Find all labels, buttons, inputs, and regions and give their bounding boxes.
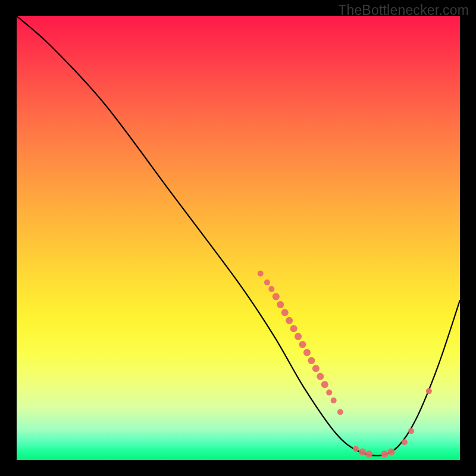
scatter-point bbox=[290, 325, 298, 332]
scatter-point bbox=[312, 365, 320, 372]
scatter-point bbox=[402, 439, 408, 445]
scatter-point bbox=[388, 449, 395, 456]
scatter-point bbox=[317, 373, 324, 380]
scatter-point bbox=[281, 309, 289, 316]
scatter-point bbox=[337, 409, 343, 415]
scatter-point bbox=[277, 301, 284, 308]
bottleneck-curve bbox=[17, 16, 460, 456]
scatter-point bbox=[326, 390, 332, 396]
scatter-point bbox=[264, 280, 270, 286]
scatter-point bbox=[321, 381, 328, 388]
scatter-point bbox=[273, 293, 280, 300]
scatter-point bbox=[303, 349, 311, 356]
scatter-point bbox=[258, 271, 264, 277]
scatter-point bbox=[359, 449, 366, 456]
scatter-point bbox=[295, 333, 302, 340]
scatter-point bbox=[331, 397, 337, 403]
scatter-point bbox=[286, 317, 293, 324]
scatter-point bbox=[353, 446, 359, 452]
scatter-point bbox=[268, 286, 274, 292]
scatter-point bbox=[308, 357, 315, 364]
scatter-point bbox=[408, 428, 414, 434]
chart-curve bbox=[17, 16, 460, 456]
scatter-point bbox=[381, 450, 388, 458]
scatter-point bbox=[365, 450, 372, 458]
scatter-point bbox=[426, 388, 432, 394]
chart-svg bbox=[0, 0, 476, 476]
scatter-point bbox=[299, 341, 306, 348]
chart-scatter-series bbox=[258, 271, 432, 458]
